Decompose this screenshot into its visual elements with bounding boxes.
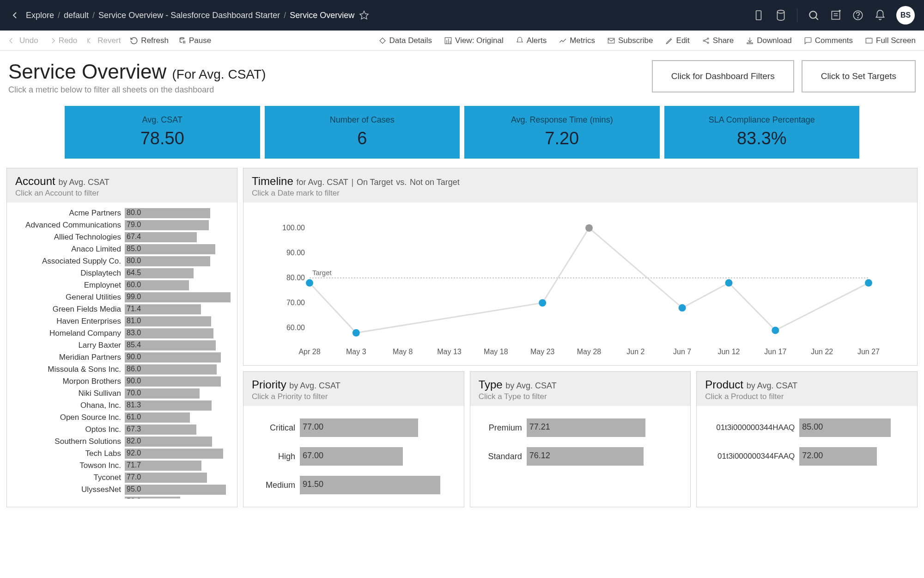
account-row[interactable]: Larry Baxter85.4 [7, 339, 231, 351]
svg-text:May 8: May 8 [393, 348, 413, 356]
subscribe-button[interactable]: Subscribe [607, 36, 653, 45]
svg-text:Jun 7: Jun 7 [673, 348, 691, 356]
type-list[interactable]: Premium77.21Standard76.12 [470, 406, 691, 478]
favorite-icon[interactable] [359, 10, 369, 20]
svg-text:May 13: May 13 [437, 348, 462, 356]
metrics-button[interactable]: Metrics [559, 36, 595, 45]
account-row[interactable]: Ohana, Inc.81.3 [7, 400, 231, 412]
svg-line-25 [705, 41, 707, 42]
type-hint: Click a Type to filter [479, 392, 682, 401]
svg-text:May 3: May 3 [346, 348, 366, 356]
bar-row[interactable]: High67.00 [254, 442, 454, 471]
crumb-default[interactable]: default [64, 11, 89, 20]
account-row[interactable]: Open Source Inc.61.0 [7, 412, 231, 424]
redo-button: Redo [48, 36, 78, 45]
help-icon[interactable] [852, 9, 864, 21]
svg-text:Jun 17: Jun 17 [764, 348, 786, 356]
account-row[interactable]: Universal Services52.0 [7, 496, 231, 498]
bar-row[interactable]: 01t3i000000344FAAQ72.00 [707, 442, 907, 471]
svg-text:90.00: 90.00 [286, 249, 305, 257]
kpi-tile[interactable]: Number of Cases6 [265, 106, 460, 159]
svg-text:Target: Target [312, 269, 332, 277]
breadcrumb: Explore/ default/ Service Overview - Sal… [26, 11, 354, 20]
account-row[interactable]: Homeland Company83.0 [7, 327, 231, 339]
account-row[interactable]: Acme Partners80.0 [7, 207, 231, 219]
account-row[interactable]: Employnet60.0 [7, 279, 231, 291]
database-icon[interactable] [775, 9, 787, 21]
svg-text:Jun 27: Jun 27 [857, 348, 880, 356]
account-row[interactable]: Optos Inc.67.3 [7, 424, 231, 436]
svg-text:70.00: 70.00 [286, 299, 305, 307]
kpi-tile[interactable]: Avg. CSAT78.50 [65, 106, 260, 159]
set-targets-button[interactable]: Click to Set Targets [802, 60, 916, 92]
svg-point-23 [707, 42, 709, 43]
search-icon[interactable] [808, 9, 820, 21]
top-nav: Explore/ default/ Service Overview - Sal… [0, 0, 924, 31]
svg-point-21 [703, 40, 705, 41]
account-row[interactable]: Tech Labs92.0 [7, 448, 231, 460]
account-row[interactable]: Green Fields Media71.4 [7, 303, 231, 315]
account-row[interactable]: Advanced Communications79.0 [7, 219, 231, 231]
alerts-button[interactable]: Alerts [516, 36, 547, 45]
notifications-icon[interactable] [874, 9, 886, 21]
full-screen-button[interactable]: Full Screen [865, 36, 916, 45]
account-row[interactable]: Towson Inc.71.7 [7, 460, 231, 472]
timeline-chart[interactable]: 60.0070.0080.0090.00100.00TargetApr 28Ma… [252, 211, 903, 359]
kpi-tile[interactable]: SLA Compliance Percentage83.3% [664, 106, 860, 159]
account-panel: Account by Avg. CSAT Click an Account to… [6, 168, 237, 507]
account-row[interactable]: Haven Enterprises81.0 [7, 315, 231, 327]
timeline-hint: Click a Date mark to filter [252, 189, 909, 198]
kpi-row: Avg. CSAT78.50Number of Cases6Avg. Respo… [0, 99, 924, 168]
account-list[interactable]: Acme Partners80.0Advanced Communications… [7, 207, 237, 498]
type-panel: Type by Avg. CSAT Click a Type to filter… [470, 371, 691, 507]
account-row[interactable]: Displaytech64.5 [7, 267, 231, 279]
product-list[interactable]: 01t3i000000344HAAQ85.0001t3i000000344FAA… [697, 406, 917, 478]
edit-button[interactable]: Edit [665, 36, 690, 45]
comments-button[interactable]: Comments [804, 36, 853, 45]
bar-row[interactable]: Critical77.00 [254, 413, 454, 442]
account-row[interactable]: Missoula & Sons Inc.86.0 [7, 363, 231, 375]
svg-text:May 23: May 23 [530, 348, 555, 356]
not-on-target-link[interactable]: Not on Target [410, 178, 460, 187]
pause-button[interactable]: Pause [178, 36, 211, 45]
account-row[interactable]: Tyconet77.0 [7, 472, 231, 484]
product-panel: Product by Avg. CSAT Click a Product to … [696, 371, 918, 507]
account-row[interactable]: Allied Technologies67.4 [7, 231, 231, 243]
bar-row[interactable]: Standard76.12 [480, 442, 681, 471]
svg-text:Jun 2: Jun 2 [626, 348, 644, 356]
back-icon[interactable] [9, 10, 20, 21]
device-icon[interactable] [753, 9, 765, 21]
account-row[interactable]: Associated Supply Co.80.0 [7, 255, 231, 267]
account-row[interactable]: General Utilities99.0 [7, 291, 231, 303]
svg-rect-5 [832, 11, 839, 19]
svg-text:May 28: May 28 [577, 348, 602, 356]
crumb-dashboard[interactable]: Service Overview - Salesforce Dashboard … [98, 11, 280, 20]
account-row[interactable]: Niki Sullivan70.0 [7, 387, 231, 400]
share-button[interactable]: Share [702, 36, 734, 45]
account-row[interactable]: UlyssesNet95.0 [7, 484, 231, 496]
priority-list[interactable]: Critical77.00High67.00Medium91.50 [243, 406, 464, 507]
bar-row[interactable]: Premium77.21 [480, 413, 681, 442]
bar-row[interactable]: Medium91.50 [254, 471, 454, 499]
revert-button: Revert [86, 36, 121, 45]
avatar[interactable]: BS [896, 6, 915, 25]
view-button[interactable]: View: Original [444, 36, 504, 45]
bar-row[interactable]: 01t3i000000344HAAQ85.00 [707, 413, 907, 442]
data-details-button[interactable]: Data Details [378, 36, 432, 45]
list-add-icon[interactable] [830, 9, 842, 21]
account-row[interactable]: Meridian Partners90.0 [7, 351, 231, 363]
page-subtitle: Click a metric below to filter all sheet… [8, 85, 266, 95]
crumb-explore[interactable]: Explore [26, 11, 54, 20]
kpi-tile[interactable]: Avg. Response Time (mins)7.20 [464, 106, 660, 159]
svg-point-2 [777, 10, 784, 13]
dashboard-filters-button[interactable]: Click for Dashboard Filters [652, 60, 794, 92]
download-button[interactable]: Download [746, 36, 792, 45]
refresh-button[interactable]: Refresh [130, 36, 169, 45]
account-row[interactable]: Anaco Limited85.0 [7, 243, 231, 255]
svg-marker-0 [360, 11, 368, 19]
account-row[interactable]: Morpon Brothers90.0 [7, 375, 231, 387]
page-header: Service Overview (For Avg. CSAT) Click a… [0, 51, 924, 99]
account-row[interactable]: Southern Solutions82.0 [7, 436, 231, 448]
svg-point-55 [865, 279, 872, 287]
svg-rect-20 [608, 38, 614, 43]
